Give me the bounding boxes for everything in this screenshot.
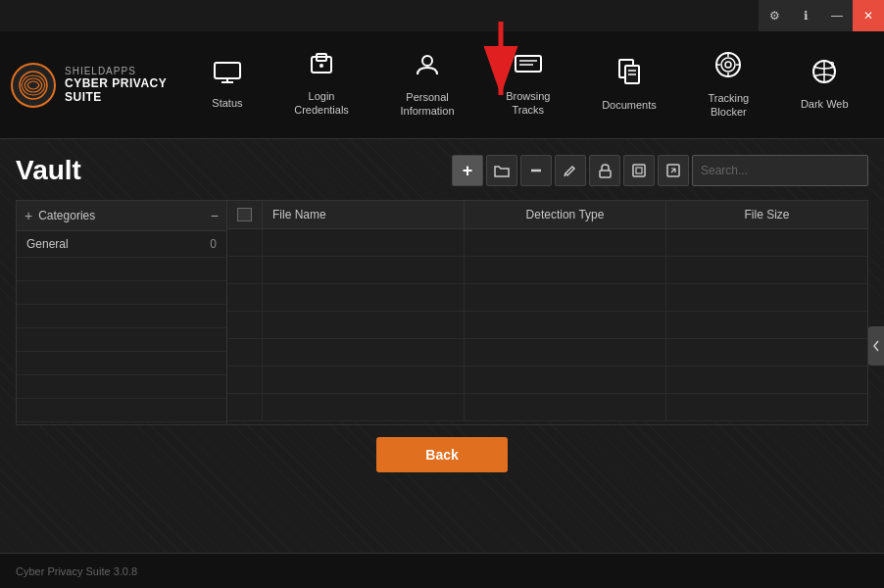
brand-top: ShieldApps — [65, 66, 186, 76]
svg-rect-31 — [633, 165, 645, 176]
remove-button[interactable] — [520, 155, 552, 186]
logo-area: ShieldApps Cyber Privacy Suite — [10, 62, 186, 109]
remove-category-button[interactable]: − — [211, 208, 219, 223]
add-item-button[interactable]: + — [452, 155, 483, 186]
header: ShieldApps Cyber Privacy Suite Status Lo… — [0, 31, 884, 139]
login-icon — [309, 53, 334, 83]
edit-button[interactable] — [555, 155, 586, 186]
vault-title: Vault — [16, 155, 81, 186]
category-empty-rows — [17, 258, 226, 424]
category-empty-row — [17, 352, 226, 375]
close-button[interactable]: ✕ — [853, 0, 884, 31]
vault-toolbar: + — [452, 155, 868, 186]
vault-container: Vault + — [0, 139, 884, 494]
nav-label-darkweb: Dark Web — [801, 97, 849, 111]
nav-label-status: Status — [212, 96, 242, 110]
categories-header: + Categories − — [17, 201, 226, 231]
version-text: Cyber Privacy Suite 3.0.8 — [16, 565, 137, 577]
svg-rect-2 — [215, 63, 240, 78]
status-icon — [214, 60, 241, 90]
files-empty-rows — [227, 229, 867, 422]
arrow-indicator — [476, 17, 525, 107]
nav-label-login: LoginCredentials — [294, 89, 349, 118]
nav-item-browsing[interactable]: BrowsingTracks — [494, 31, 562, 138]
filename-header: File Name — [263, 201, 465, 228]
search-input[interactable] — [692, 155, 868, 186]
window-controls: ⚙ ℹ — ✕ — [759, 0, 884, 31]
nav-item-status[interactable]: Status — [200, 31, 254, 138]
nav-item-darkweb[interactable]: ? Dark Web — [789, 31, 860, 138]
svg-point-0 — [12, 64, 55, 107]
svg-text:?: ? — [829, 60, 835, 70]
nav-item-login[interactable]: LoginCredentials — [282, 31, 361, 138]
bottom-bar: Cyber Privacy Suite 3.0.8 — [0, 553, 884, 588]
category-count: 0 — [210, 237, 217, 251]
nav-label-documents: Documents — [602, 98, 657, 112]
detection-header: Detection Type — [465, 201, 666, 228]
svg-point-20 — [725, 62, 731, 68]
category-empty-row — [17, 399, 226, 422]
category-empty-row — [17, 328, 226, 352]
add-category-button[interactable]: + — [25, 208, 32, 223]
svg-rect-30 — [600, 171, 611, 177]
category-empty-row — [17, 258, 226, 281]
settings-button[interactable]: ⚙ — [759, 0, 790, 31]
export-button[interactable] — [623, 155, 655, 186]
title-bar: ⚙ ℹ — ✕ — [0, 0, 884, 31]
file-row — [227, 229, 867, 257]
nav-item-documents[interactable]: Documents — [590, 31, 668, 138]
nav-label-tracking: TrackingBlocker — [708, 91, 749, 120]
link-button[interactable] — [658, 155, 689, 186]
filesize-header: File Size — [666, 201, 867, 228]
nav-item-tracking[interactable]: TrackingBlocker — [696, 31, 761, 138]
logo-icon — [10, 62, 57, 109]
file-row — [227, 394, 867, 421]
file-row — [227, 367, 867, 394]
table-wrapper: + Categories − General 0 — [16, 200, 868, 425]
category-empty-row — [17, 305, 226, 328]
categories-panel: + Categories − General 0 — [17, 201, 227, 424]
personal-icon — [415, 52, 440, 84]
logo-text: ShieldApps Cyber Privacy Suite — [65, 66, 186, 104]
nav-item-personal[interactable]: PersonalInformation — [389, 31, 467, 138]
tracking-icon — [714, 51, 742, 85]
category-empty-row — [17, 375, 226, 399]
files-panel: File Name Detection Type File Size — [227, 201, 867, 424]
category-empty-row — [17, 281, 226, 305]
brand-bottom: Cyber Privacy Suite — [65, 76, 186, 104]
back-area: Back — [16, 425, 868, 484]
nav-items: Status LoginCredentials PersonalInformat… — [186, 31, 874, 138]
file-row — [227, 339, 867, 367]
nav-label-personal: PersonalInformation — [401, 90, 455, 119]
category-name: General — [26, 237, 210, 251]
minimize-button[interactable]: — — [821, 0, 853, 31]
svg-line-29 — [565, 173, 565, 176]
open-button[interactable] — [486, 155, 517, 186]
select-all-checkbox[interactable] — [237, 208, 252, 221]
files-header: File Name Detection Type File Size — [227, 201, 867, 229]
checkbox-header — [227, 201, 263, 228]
svg-rect-32 — [636, 168, 642, 173]
svg-point-8 — [422, 56, 432, 66]
collapse-handle[interactable] — [868, 326, 884, 366]
main-content: Vault + — [0, 139, 884, 553]
file-row — [227, 284, 867, 312]
info-button[interactable]: ℹ — [790, 0, 821, 31]
categories-label: Categories — [38, 209, 211, 222]
svg-point-19 — [721, 58, 735, 72]
file-row — [227, 312, 867, 339]
darkweb-icon: ? — [810, 59, 839, 91]
svg-point-7 — [319, 64, 323, 68]
category-general[interactable]: General 0 — [17, 231, 226, 258]
back-button[interactable]: Back — [376, 437, 507, 472]
vault-header: Vault + — [16, 155, 868, 186]
documents-icon — [617, 58, 641, 92]
file-row — [227, 257, 867, 284]
lock-button[interactable] — [589, 155, 620, 186]
